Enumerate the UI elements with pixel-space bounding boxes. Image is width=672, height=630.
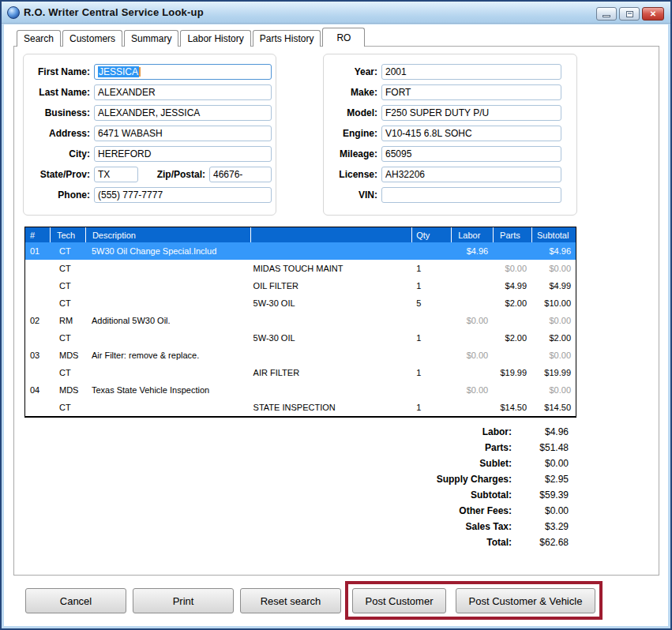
total-row: Subtotal:$59.39 xyxy=(314,487,569,503)
mileage-input[interactable] xyxy=(381,146,561,162)
last-name-input[interactable] xyxy=(94,84,272,100)
cell-part: AIR FILTER xyxy=(250,368,412,377)
order-table-body: 01CT5W30 Oil Change Special.Includ$4.96$… xyxy=(25,242,576,416)
cell-subtotal: $4.96 xyxy=(531,246,576,256)
title-bar: R.O. Writer Central Service Look-up ✕ xyxy=(2,2,670,24)
order-row[interactable]: CTMIDAS TOUCH MAINT1$0.00$0.00 xyxy=(25,260,576,277)
business-input[interactable] xyxy=(94,105,272,121)
cell-subtotal: $2.00 xyxy=(531,333,576,343)
post-customer-button[interactable]: Post Customer xyxy=(352,588,446,613)
cell-labor: $0.00 xyxy=(451,316,493,325)
tab-ro[interactable]: RO xyxy=(322,28,365,47)
vehicle-group: Year: Make: Model: Engine: Mileage: xyxy=(323,54,577,216)
cell-desc: Additional 5W30 Oil. xyxy=(85,316,250,325)
total-row: Other Fees:$0.00 xyxy=(314,503,569,519)
minimize-button[interactable] xyxy=(596,7,617,21)
tab-summary[interactable]: Summary xyxy=(124,30,178,47)
total-label: Supply Charges: xyxy=(314,474,512,485)
cell-desc: 5W30 Oil Change Special.Includ xyxy=(85,246,250,256)
total-value: $3.29 xyxy=(512,521,569,532)
cell-num: 01 xyxy=(25,246,50,256)
city-input[interactable] xyxy=(94,146,272,162)
cell-desc: Air Filter: remove & replace. xyxy=(85,351,250,360)
order-row[interactable]: CTOIL FILTER1$4.99$4.99 xyxy=(25,277,576,294)
tab-customers[interactable]: Customers xyxy=(62,30,122,47)
cell-part: MIDAS TOUCH MAINT xyxy=(250,264,412,273)
minimize-icon xyxy=(603,15,610,17)
cell-tech: CT xyxy=(50,333,85,343)
tab-strip: SearchCustomersSummaryLabor HistoryParts… xyxy=(17,28,366,47)
order-row[interactable]: CT5W-30 OIL5$2.00$10.00 xyxy=(25,294,576,312)
cell-num: 04 xyxy=(25,385,50,395)
col-header-part[interactable] xyxy=(250,227,412,242)
address-label: Address: xyxy=(24,128,90,139)
col-header-num[interactable]: # xyxy=(25,227,50,242)
col-header-labor[interactable]: Labor xyxy=(451,227,493,242)
order-row[interactable]: CTSTATE INSPECTION1$14.50$14.50 xyxy=(25,399,576,416)
state-input[interactable] xyxy=(94,167,138,182)
col-header-subtotal[interactable]: Subtotal xyxy=(531,227,576,242)
tab-labor-history[interactable]: Labor History xyxy=(180,30,250,47)
totals-block: Labor:$4.96Parts:$51.48Sublet:$0.00Suppl… xyxy=(314,424,569,550)
order-row[interactable]: CT5W-30 OIL1$2.00$2.00 xyxy=(25,329,576,347)
app-icon xyxy=(7,6,20,19)
col-header-parts[interactable]: Parts xyxy=(493,227,531,242)
zip-input[interactable] xyxy=(209,167,272,182)
vin-input[interactable] xyxy=(381,187,561,203)
phone-input[interactable] xyxy=(94,187,272,203)
last-name-label: Last Name: xyxy=(24,87,90,98)
order-row[interactable]: 04MDSTexas State Vehicle Inspection$0.00… xyxy=(25,381,576,399)
cell-parts: $19.99 xyxy=(493,368,531,377)
cell-tech: RM xyxy=(50,316,85,325)
cell-tech: CT xyxy=(50,403,85,412)
post-customer-vehicle-button[interactable]: Post Customer & Vehicle xyxy=(456,588,595,613)
license-input[interactable] xyxy=(381,167,561,182)
cell-subtotal: $14.50 xyxy=(531,403,576,412)
maximize-button[interactable] xyxy=(619,7,640,21)
total-value: $59.39 xyxy=(512,489,569,501)
col-header-qty[interactable]: Qty xyxy=(411,227,451,242)
close-button[interactable]: ✕ xyxy=(642,7,664,21)
first-name-input[interactable]: JESSICA xyxy=(94,64,272,80)
total-label: Subtotal: xyxy=(314,489,512,501)
customer-group: First Name: JESSICA Last Name: Business:… xyxy=(23,54,276,216)
order-row[interactable]: CTAIR FILTER1$19.99$19.99 xyxy=(25,364,576,381)
make-input[interactable] xyxy=(381,84,561,100)
vin-label: VIN: xyxy=(324,189,377,201)
total-value: $62.68 xyxy=(512,537,569,548)
tab-search[interactable]: Search xyxy=(17,30,61,47)
order-row[interactable]: 03MDSAir Filter: remove & replace.$0.00$… xyxy=(25,347,576,364)
total-row: Sublet:$0.00 xyxy=(314,456,569,471)
window-controls: ✕ xyxy=(596,7,664,21)
total-label: Total: xyxy=(314,537,512,548)
total-label: Sales Tax: xyxy=(314,521,512,532)
order-row[interactable]: 01CT5W30 Oil Change Special.Includ$4.96$… xyxy=(25,242,576,260)
cell-qty: 1 xyxy=(411,264,451,273)
print-button[interactable]: Print xyxy=(133,588,234,613)
address-input[interactable] xyxy=(94,126,272,141)
maximize-icon xyxy=(626,11,633,17)
cell-part: STATE INSPECTION xyxy=(250,403,412,412)
order-row[interactable]: 02RMAdditional 5W30 Oil.$0.00$0.00 xyxy=(25,312,576,329)
close-icon: ✕ xyxy=(650,9,656,18)
cell-qty: 1 xyxy=(411,368,451,377)
col-header-tech[interactable]: Tech xyxy=(50,227,85,242)
cell-qty: 5 xyxy=(411,298,451,308)
total-value: $2.95 xyxy=(512,474,569,485)
year-input[interactable] xyxy=(381,64,561,80)
col-header-desc[interactable]: Description xyxy=(85,227,250,242)
cell-qty: 1 xyxy=(411,403,451,412)
cancel-button[interactable]: Cancel xyxy=(25,588,126,613)
total-label: Labor: xyxy=(314,426,512,437)
total-row: Sales Tax:$3.29 xyxy=(314,519,569,534)
cell-labor: $0.00 xyxy=(451,351,493,360)
engine-input[interactable] xyxy=(381,126,561,141)
cell-parts: $2.00 xyxy=(493,333,531,343)
cell-part: 5W-30 OIL xyxy=(250,298,412,308)
tab-parts-history[interactable]: Parts History xyxy=(253,30,321,47)
cell-parts: $4.99 xyxy=(493,281,531,291)
cell-subtotal: $0.00 xyxy=(531,316,576,325)
reset-search-button[interactable]: Reset search xyxy=(240,588,341,613)
cell-num: 03 xyxy=(25,351,50,360)
model-input[interactable] xyxy=(381,105,561,121)
